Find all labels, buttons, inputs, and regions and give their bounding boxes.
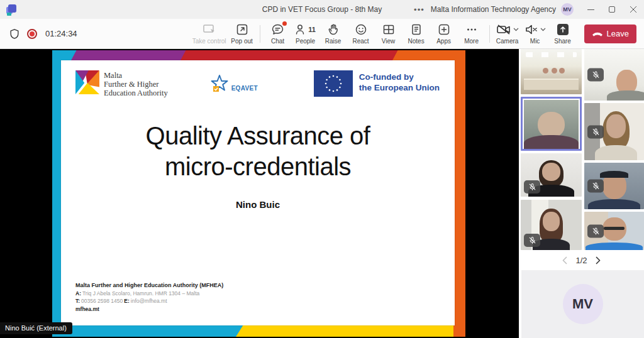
mfhea-logo-line1: Malta: [104, 71, 168, 80]
shared-presentation: Malta Further & Higher Education Authori…: [52, 50, 465, 337]
presenter-name-label: Nino Buić (External): [0, 322, 72, 334]
video-tile-participant[interactable]: [521, 153, 582, 197]
eqavet-logo: EQAVET: [209, 70, 258, 94]
meeting-title: CPD in VET Focus Group - 8th May: [262, 5, 382, 14]
teams-meeting-window: CPD in VET Focus Group - 8th May ••• Mal…: [0, 0, 644, 338]
view-button[interactable]: View: [375, 21, 402, 46]
footer-website: mfhea.mt: [75, 305, 223, 313]
video-tile-participant[interactable]: [584, 163, 644, 209]
screen-share-stage: Malta Further & Higher Education Authori…: [0, 49, 519, 338]
react-button[interactable]: React: [347, 21, 375, 46]
self-avatar: MV: [563, 284, 603, 324]
eu-cofunded-line2: the European Union: [359, 83, 440, 94]
participants-sidebar: 1/2 MV: [519, 49, 644, 338]
close-button[interactable]: [623, 0, 644, 19]
mic-muted-icon: [524, 180, 540, 194]
footer-email: info@mfhea.mt: [131, 298, 167, 304]
camera-button[interactable]: Camera: [494, 21, 521, 46]
video-tile-participant[interactable]: [584, 103, 644, 160]
mic-muted-icon: [587, 224, 604, 237]
previous-page-chevron-icon[interactable]: [562, 256, 567, 264]
footer-phone: 00356 2598 1450: [81, 298, 123, 304]
recording-indicator-icon: [27, 29, 37, 39]
footer-org: Malta Further and Higher Education Autho…: [75, 281, 223, 290]
mic-muted-icon: [524, 234, 540, 247]
toolbar-divider: [489, 25, 490, 43]
mic-button[interactable]: Mic: [521, 21, 549, 46]
minimize-button[interactable]: [580, 0, 601, 19]
video-tile-participant[interactable]: [584, 212, 644, 250]
video-tile-active-speaker[interactable]: [521, 97, 582, 151]
notes-button[interactable]: Notes: [402, 21, 430, 46]
hangup-icon: [592, 31, 603, 36]
next-page-chevron-icon[interactable]: [596, 256, 601, 264]
template-yellow-band: [236, 325, 465, 337]
template-orange-edge: [453, 50, 465, 337]
template-purple-band: [70, 50, 199, 61]
template-red-band: [180, 50, 406, 61]
take-control-button: Take control: [191, 21, 228, 46]
apps-button[interactable]: Apps: [430, 21, 458, 46]
teams-app-icon: [6, 3, 19, 16]
chat-button[interactable]: Chat: [264, 21, 292, 46]
footer-address: Triq J Abela Scolaro, Hamrun. HMR 1304 –…: [82, 290, 199, 297]
mfhea-logo-icon: [75, 70, 99, 94]
meeting-timer: 01:24:34: [45, 29, 77, 38]
eqavet-star-icon: [209, 74, 230, 94]
share-button[interactable]: Share: [549, 21, 577, 46]
eu-flag-icon: [314, 70, 353, 97]
organization-name: Malta Information Technology Agency: [431, 5, 556, 14]
presentation-slide: Malta Further & Higher Education Authori…: [61, 60, 455, 325]
mic-muted-icon: [587, 68, 604, 82]
camera-options-chevron-icon: [513, 28, 519, 31]
titlebar-more-icon[interactable]: •••: [408, 5, 431, 14]
user-avatar[interactable]: MV: [561, 3, 574, 16]
chat-notification-dot: [282, 21, 287, 26]
people-count: 11: [308, 26, 316, 33]
eu-cofunded-line1: Co-funded by: [359, 72, 440, 83]
eu-cofunded-logo: Co-funded by the European Union: [314, 70, 440, 97]
slide-footer: Malta Further and Higher Education Autho…: [75, 281, 223, 313]
mic-options-chevron-icon: [540, 28, 546, 31]
people-button[interactable]: 11 People: [292, 21, 319, 46]
slide-author: Nino Buic: [61, 199, 455, 210]
more-button[interactable]: More: [458, 21, 486, 46]
mfhea-logo: Malta Further & Higher Education Authori…: [75, 70, 168, 97]
page-indicator: 1/2: [575, 256, 587, 265]
video-tile-participant[interactable]: [584, 49, 644, 101]
meeting-toolbar: 01:24:34 Take control Pop out: [0, 19, 644, 49]
mic-muted-icon: [587, 125, 604, 138]
self-video-tile[interactable]: MV: [521, 270, 644, 338]
eqavet-label: EQAVET: [231, 85, 258, 94]
pop-out-button[interactable]: Pop out: [228, 21, 256, 46]
shield-icon: [9, 28, 20, 40]
mic-muted-icon: [587, 180, 604, 193]
toolbar-divider: [260, 25, 260, 43]
maximize-button[interactable]: [601, 0, 623, 19]
mfhea-logo-line3: Education Authority: [104, 89, 168, 97]
raise-hand-button[interactable]: Raise: [319, 21, 347, 46]
mfhea-logo-line2: Further & Higher: [104, 80, 168, 89]
gallery-pagination: 1/2: [519, 251, 644, 269]
title-bar: CPD in VET Focus Group - 8th May ••• Mal…: [0, 0, 644, 19]
leave-button[interactable]: Leave: [584, 25, 636, 43]
video-tile-participant[interactable]: [521, 200, 582, 250]
slide-title: Quality Assurance of micro-credentials: [61, 121, 455, 182]
video-tile-conference-room[interactable]: [521, 49, 582, 94]
